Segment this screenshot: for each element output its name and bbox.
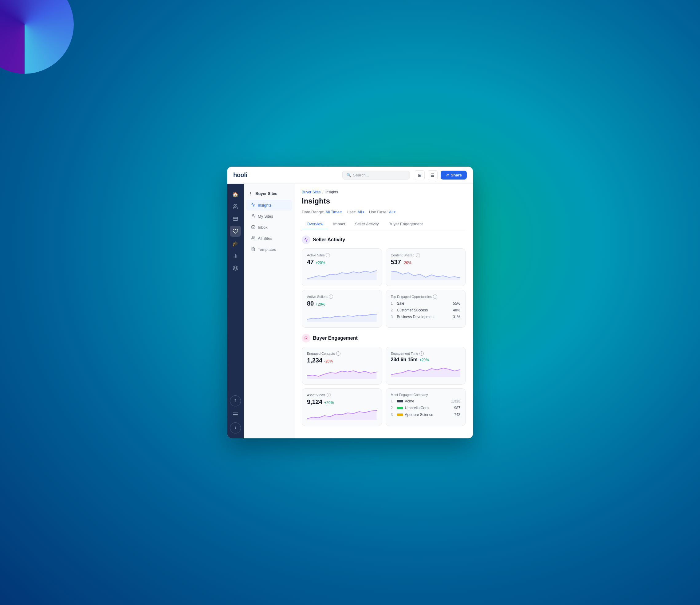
content-shared-info[interactable]: i [416,253,420,257]
engagement-time-change: +20% [420,358,429,362]
user-label: User: [347,210,356,214]
nav-layers[interactable] [230,263,241,274]
company-swatch-1 [397,400,403,403]
most-engaged-company-label: Most Engaged Company [391,393,460,396]
svg-point-9 [250,195,251,195]
tab-seller-activity[interactable]: Seller Activity [350,219,383,229]
opp-name-2: Customer Success [397,308,453,312]
list-view-button[interactable]: ☰ [428,170,438,180]
search-bar[interactable]: 🔍 Search... [342,171,410,179]
asset-views-info[interactable]: i [327,393,331,397]
header: hooli 🔍 Search... ⊞ ☰ ↗ Share [227,167,473,184]
opp-rank-2: 2 [391,308,395,312]
nav-contacts[interactable] [230,201,241,212]
sidebar-all-sites-label: All Sites [258,236,272,241]
sidebar-item-all-sites[interactable]: All Sites [246,233,292,244]
left-nav: 🏠 🎓 ? ℹ [227,184,244,438]
nav-profile[interactable]: ℹ [230,422,241,433]
metric-content-shared: Content Shared i 537 -20% [386,248,466,286]
opp-name-3: Business Development [397,315,453,319]
active-sellers-change: +20% [316,302,325,307]
active-sellers-info[interactable]: i [329,294,333,299]
engagement-time-sparkline [391,365,460,377]
opportunities-list: 1 Sale 55% 2 Customer Success 48% 3 Busi… [391,300,460,320]
share-button[interactable]: ↗ Share [441,171,467,179]
company-swatch-3 [397,413,403,416]
svg-point-0 [234,204,236,206]
use-case-value[interactable]: All ▾ [389,210,395,214]
all-sites-icon [251,236,255,241]
date-range-label: Date Range: [302,210,324,214]
grid-view-button[interactable]: ⊞ [415,170,425,180]
top-engaged-label: Top Engaged Opportunities i [391,294,460,299]
asset-views-change: +20% [324,401,334,405]
user-filter: User: All ▾ [347,210,364,214]
svg-marker-3 [233,266,238,268]
nav-menu[interactable] [230,409,241,420]
use-case-label: Use Case: [369,210,388,214]
metric-active-sites: Active Sites i 47 +20% [302,248,382,286]
breadcrumb: Buyer Sites / Insights [302,190,466,194]
company-item-3: 3 Aperture Science 742 [391,411,460,418]
active-sites-value: 47 +20% [307,259,377,266]
metric-active-sellers: Active Sellers i 80 +20% [302,290,382,328]
seller-activity-heading: Seller Activity [302,236,466,244]
opp-pct-1: 55% [453,301,460,306]
engaged-contacts-info[interactable]: i [336,352,341,356]
search-icon: 🔍 [346,173,351,177]
sidebar-item-my-sites[interactable]: My Sites [246,211,292,222]
engaged-contacts-label: Engaged Contacts i [307,352,377,356]
nav-learning[interactable]: 🎓 [230,238,241,249]
date-range-value[interactable]: All Time ▾ [325,210,342,214]
asset-views-value: 9,124 +20% [307,398,377,406]
page-title: Insights [302,197,466,205]
sidebar-item-insights[interactable]: Insights [246,200,292,211]
sidebar-item-templates[interactable]: Templates [246,244,292,255]
nav-home[interactable]: 🏠 [230,189,241,200]
filter-bar: Date Range: All Time ▾ User: All ▾ Use C… [302,210,466,214]
company-item-1: 1 Acme 1,323 [391,398,460,405]
company-rank-3: 3 [391,413,395,417]
buyer-engagement-icon [302,334,310,342]
tab-impact[interactable]: Impact [328,219,350,229]
nav-analytics[interactable] [230,250,241,261]
user-value[interactable]: All ▾ [357,210,364,214]
engagement-time-info[interactable]: i [420,352,424,356]
active-sites-info[interactable]: i [326,253,330,257]
company-list: 1 Acme 1,323 2 Umbrella Corp 987 3 [391,398,460,418]
company-name-2: Umbrella Corp [405,406,454,410]
content-shared-label: Content Shared i [391,253,460,257]
buyer-metrics-grid: Engaged Contacts i 1,234 -20% En [302,347,466,426]
metric-engagement-time: Engagement Time i 23d 6h 15m +20% [386,347,466,385]
breadcrumb-separator: / [322,190,323,194]
use-case-chevron: ▾ [394,210,396,214]
seller-metrics-grid: Active Sites i 47 +20% Content S [302,248,466,328]
tab-overview[interactable]: Overview [302,219,328,229]
nav-help[interactable]: ? [230,395,241,406]
breadcrumb-parent[interactable]: Buyer Sites [302,190,321,194]
buyer-engagement-heading: Buyer Engagement [302,334,466,342]
svg-rect-6 [233,416,238,416]
tabs: Overview Impact Seller Activity Buyer En… [302,219,466,229]
sidebar-section-label: Buyer Sites [255,191,277,196]
engaged-contacts-sparkline [307,366,377,379]
date-range-filter: Date Range: All Time ▾ [302,210,342,214]
nav-deals[interactable] [230,226,241,237]
app-window: hooli 🔍 Search... ⊞ ☰ ↗ Share 🏠 [227,167,473,438]
top-engaged-info[interactable]: i [433,294,437,299]
svg-point-10 [253,214,254,216]
sidebar-item-inbox[interactable]: Inbox [246,222,292,233]
company-count-3: 742 [454,413,460,417]
active-sites-sparkline [307,268,377,281]
svg-rect-5 [233,414,238,415]
user-chevron: ▾ [362,210,364,214]
inbox-icon [251,225,255,230]
search-placeholder: Search... [353,173,369,177]
tab-buyer-engagement[interactable]: Buyer Engagement [384,219,428,229]
buyer-engagement-title: Buyer Engagement [313,335,358,341]
company-name-1: Acme [405,399,451,403]
share-label: Share [451,173,462,177]
content-shared-value: 537 -20% [391,259,460,266]
nav-card[interactable] [230,213,241,224]
content-shared-sparkline [391,268,460,281]
